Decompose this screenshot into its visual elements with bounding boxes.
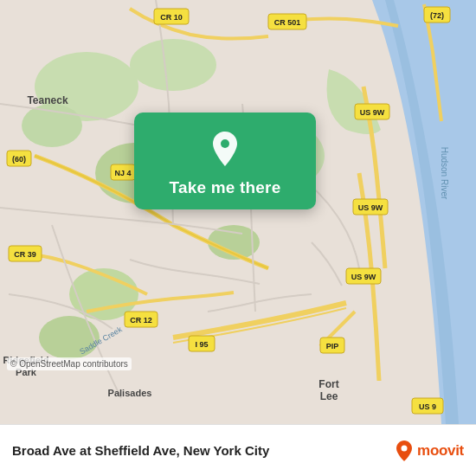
moovit-pin-icon — [395, 440, 414, 462]
map-area: CR 10 CR 501 (72) NJ 4 (60) US 9W US 9W … — [0, 0, 476, 424]
moovit-logo: moovit — [395, 440, 464, 462]
location-pin-icon — [204, 128, 246, 170]
svg-text:I 95: I 95 — [195, 340, 208, 349]
svg-text:Palisades: Palisades — [108, 388, 152, 398]
destination-label: Broad Ave at Sheffield Ave, New York Cit… — [12, 443, 388, 458]
take-me-there-button[interactable]: Take me there — [170, 178, 281, 197]
svg-text:Teaneck: Teaneck — [27, 94, 68, 106]
svg-text:CR 39: CR 39 — [14, 250, 36, 259]
svg-point-43 — [221, 139, 229, 148]
svg-text:(60): (60) — [12, 155, 26, 164]
svg-text:NJ 4: NJ 4 — [114, 169, 131, 177]
svg-text:CR 10: CR 10 — [160, 13, 183, 22]
svg-text:CR 501: CR 501 — [274, 18, 301, 27]
svg-text:(72): (72) — [430, 11, 444, 20]
svg-text:US 9W: US 9W — [351, 273, 376, 281]
svg-text:US 9: US 9 — [419, 402, 436, 411]
svg-text:PIP: PIP — [326, 342, 339, 351]
take-me-there-card[interactable]: Take me there — [134, 113, 316, 209]
bottom-bar: Broad Ave at Sheffield Ave, New York Cit… — [0, 424, 476, 476]
svg-text:Fort: Fort — [318, 378, 338, 390]
svg-text:Hudson River: Hudson River — [440, 147, 449, 200]
svg-point-3 — [130, 39, 216, 91]
copyright-text: © OpenStreetMap contributors — [7, 357, 132, 370]
svg-text:CR 12: CR 12 — [130, 316, 152, 325]
svg-point-44 — [402, 445, 408, 451]
moovit-brand-label: moovit — [417, 442, 464, 460]
svg-text:US 9W: US 9W — [360, 108, 385, 117]
svg-text:Lee: Lee — [320, 390, 338, 402]
svg-point-8 — [39, 316, 100, 359]
svg-text:US 9W: US 9W — [358, 203, 383, 212]
